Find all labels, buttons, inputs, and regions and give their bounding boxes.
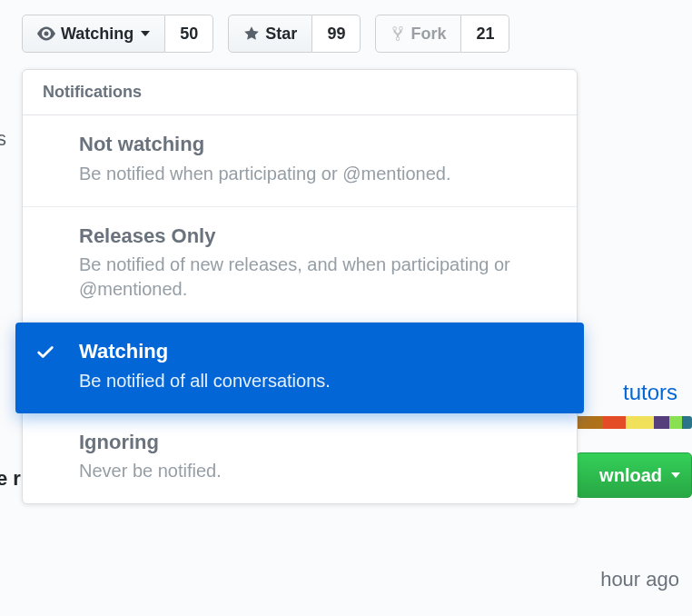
notifications-dropdown: Notifications Not watching Be notified w…: [22, 69, 578, 504]
caret-down-icon: [671, 472, 680, 478]
star-icon: [243, 25, 260, 42]
star-label: Star: [265, 25, 297, 44]
fork-label: Fork: [410, 25, 446, 44]
fork-count[interactable]: 21: [461, 15, 509, 53]
fork-icon: [390, 25, 405, 42]
star-button-group: Star 99: [228, 15, 361, 53]
star-count[interactable]: 99: [312, 15, 361, 53]
download-label: wnload: [599, 465, 662, 486]
option-desc: Be notified when participating or @menti…: [79, 162, 557, 186]
option-watching[interactable]: Watching Be notified of all conversation…: [15, 323, 584, 413]
option-releases-only[interactable]: Releases Only Be notified of new release…: [23, 207, 577, 323]
option-title: Ignoring: [79, 430, 557, 456]
option-desc: Never be notified.: [79, 459, 557, 483]
option-title: Releases Only: [79, 224, 557, 250]
repo-actions-toolbar: Watching 50 Star 99 Fork 21: [0, 0, 692, 67]
watch-label: Watching: [61, 25, 133, 44]
check-icon: [35, 343, 55, 365]
contributors-link-fragment[interactable]: tutors: [623, 380, 677, 405]
clone-download-button[interactable]: wnload: [576, 452, 692, 498]
watch-button[interactable]: Watching: [22, 15, 165, 53]
option-desc: Be notified of new releases, and when pa…: [79, 253, 557, 302]
star-button[interactable]: Star: [228, 15, 312, 53]
cropped-text: e r: [0, 467, 21, 491]
watch-count[interactable]: 50: [165, 15, 213, 53]
fork-button[interactable]: Fork: [375, 15, 461, 53]
fork-button-group: Fork 21: [375, 15, 509, 53]
eye-icon: [37, 25, 55, 43]
option-ignoring[interactable]: Ignoring Never be notified.: [23, 413, 577, 504]
option-title: Watching: [79, 339, 557, 365]
language-bar[interactable]: [565, 416, 692, 429]
cropped-text: ts: [0, 127, 6, 151]
option-desc: Be notified of all conversations.: [79, 369, 557, 393]
option-not-watching[interactable]: Not watching Be notified when participat…: [23, 115, 577, 207]
watch-button-group: Watching 50: [22, 15, 213, 53]
caret-down-icon: [141, 31, 150, 36]
dropdown-header: Notifications: [23, 70, 577, 115]
option-title: Not watching: [79, 132, 557, 158]
relative-time: hour ago: [600, 568, 679, 591]
